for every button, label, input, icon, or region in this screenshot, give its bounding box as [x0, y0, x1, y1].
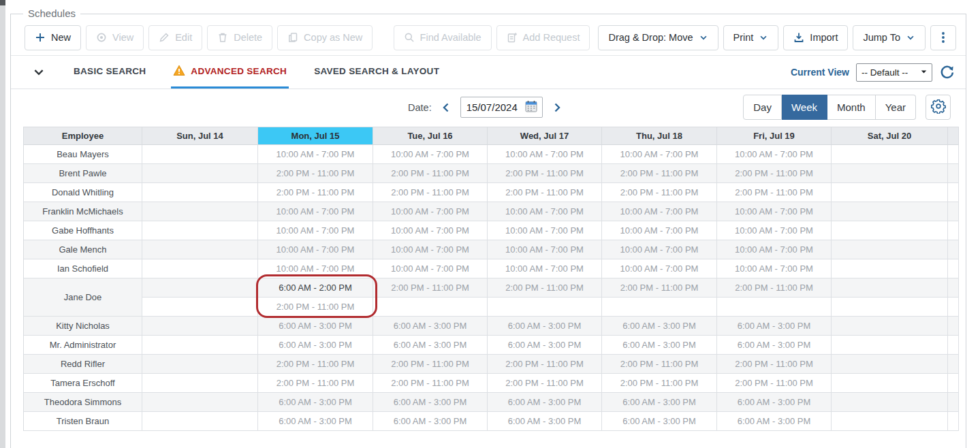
- shift-cell[interactable]: 6:00 AM - 3:00 PM: [258, 393, 373, 412]
- shift-cell[interactable]: 2:00 PM - 11:00 PM: [602, 164, 717, 183]
- shift-cell[interactable]: 2:00 PM - 11:00 PM: [373, 183, 488, 202]
- view-day-button[interactable]: Day: [743, 95, 782, 120]
- shift-cell[interactable]: [832, 317, 948, 336]
- shift-cell[interactable]: [832, 240, 948, 259]
- shift-cell[interactable]: [142, 355, 258, 374]
- jump-to-button[interactable]: Jump To: [853, 25, 926, 50]
- shift-cell[interactable]: [832, 278, 948, 298]
- shift-cell[interactable]: 2:00 PM - 11:00 PM: [488, 355, 602, 374]
- shift-cell[interactable]: 6:00 AM - 3:00 PM: [373, 393, 488, 412]
- shift-cell[interactable]: 6:00 AM - 3:00 PM: [602, 393, 717, 412]
- shift-cell[interactable]: 6:00 AM - 3:00 PM: [717, 412, 832, 431]
- shift-cell[interactable]: 2:00 PM - 11:00 PM: [717, 355, 832, 374]
- shift-cell[interactable]: 2:00 PM - 11:00 PM: [488, 374, 602, 393]
- date-input[interactable]: [467, 101, 521, 113]
- shift-cell[interactable]: 6:00 AM - 3:00 PM: [373, 412, 488, 431]
- more-actions-button[interactable]: [930, 25, 956, 50]
- shift-cell[interactable]: 10:00 AM - 7:00 PM: [488, 240, 602, 259]
- shift-cell[interactable]: [142, 164, 258, 183]
- shift-cell[interactable]: [142, 298, 258, 317]
- shift-cell[interactable]: 10:00 AM - 7:00 PM: [258, 221, 373, 240]
- shift-cell[interactable]: [142, 278, 258, 298]
- shift-cell[interactable]: 2:00 PM - 11:00 PM: [258, 374, 373, 393]
- shift-cell[interactable]: [832, 374, 948, 393]
- shift-cell[interactable]: [373, 298, 488, 317]
- shift-cell[interactable]: 10:00 AM - 7:00 PM: [488, 259, 602, 278]
- shift-cell[interactable]: 6:00 AM - 3:00 PM: [258, 317, 373, 336]
- shift-cell[interactable]: 10:00 AM - 7:00 PM: [717, 259, 832, 278]
- view-button[interactable]: View: [86, 25, 144, 50]
- shift-cell[interactable]: 2:00 PM - 11:00 PM: [373, 374, 488, 393]
- shift-cell[interactable]: 10:00 AM - 7:00 PM: [258, 259, 373, 278]
- shift-cell[interactable]: 2:00 PM - 11:00 PM: [488, 278, 602, 298]
- shift-cell[interactable]: 10:00 AM - 7:00 PM: [717, 145, 832, 164]
- shift-cell[interactable]: [717, 298, 832, 317]
- edit-button[interactable]: Edit: [148, 25, 202, 50]
- shift-cell[interactable]: [832, 202, 948, 221]
- shift-cell[interactable]: 6:00 AM - 3:00 PM: [717, 317, 832, 336]
- find-available-button[interactable]: Find Available: [394, 25, 492, 50]
- shift-cell[interactable]: [142, 240, 258, 259]
- shift-cell[interactable]: 10:00 AM - 7:00 PM: [602, 259, 717, 278]
- shift-cell[interactable]: 6:00 AM - 3:00 PM: [258, 412, 373, 431]
- shift-cell[interactable]: 2:00 PM - 11:00 PM: [717, 164, 832, 183]
- shift-cell[interactable]: 10:00 AM - 7:00 PM: [373, 221, 488, 240]
- shift-cell[interactable]: [142, 183, 258, 202]
- shift-cell[interactable]: 2:00 PM - 11:00 PM: [717, 278, 832, 298]
- shift-cell[interactable]: 6:00 AM - 3:00 PM: [488, 317, 602, 336]
- shift-cell[interactable]: 10:00 AM - 7:00 PM: [258, 240, 373, 259]
- shift-cell[interactable]: 10:00 AM - 7:00 PM: [373, 259, 488, 278]
- shift-cell[interactable]: 2:00 PM - 11:00 PM: [602, 355, 717, 374]
- shift-cell[interactable]: 6:00 AM - 3:00 PM: [258, 336, 373, 355]
- shift-cell[interactable]: [142, 202, 258, 221]
- shift-cell[interactable]: 6:00 AM - 3:00 PM: [602, 336, 717, 355]
- shift-cell[interactable]: [832, 221, 948, 240]
- shift-cell[interactable]: 10:00 AM - 7:00 PM: [373, 202, 488, 221]
- shift-cell[interactable]: 6:00 AM - 3:00 PM: [717, 393, 832, 412]
- calendar-icon[interactable]: [524, 99, 538, 116]
- copy-as-new-button[interactable]: Copy as New: [277, 25, 373, 50]
- refresh-icon[interactable]: [939, 65, 955, 80]
- tab-basic-search[interactable]: BASIC SEARCH: [72, 56, 148, 89]
- shift-cell[interactable]: 6:00 AM - 3:00 PM: [602, 412, 717, 431]
- shift-cell[interactable]: 2:00 PM - 11:00 PM: [258, 298, 373, 317]
- shift-cell[interactable]: [832, 336, 948, 355]
- shift-cell[interactable]: 10:00 AM - 7:00 PM: [258, 145, 373, 164]
- collapse-search-icon[interactable]: [30, 56, 48, 89]
- drag-drop-mode-button[interactable]: Drag & Drop: Move: [598, 25, 718, 50]
- shift-cell[interactable]: 2:00 PM - 11:00 PM: [373, 355, 488, 374]
- prev-date-button[interactable]: [439, 101, 453, 114]
- shift-cell[interactable]: [142, 317, 258, 336]
- shift-cell[interactable]: [488, 298, 602, 317]
- new-button[interactable]: New: [25, 25, 81, 50]
- shift-cell[interactable]: 10:00 AM - 7:00 PM: [717, 202, 832, 221]
- shift-cell[interactable]: [142, 412, 258, 431]
- shift-cell[interactable]: 6:00 AM - 3:00 PM: [373, 317, 488, 336]
- shift-cell[interactable]: 10:00 AM - 7:00 PM: [488, 221, 602, 240]
- shift-cell[interactable]: 2:00 PM - 11:00 PM: [717, 183, 832, 202]
- shift-cell[interactable]: [142, 145, 258, 164]
- shift-cell[interactable]: [832, 164, 948, 183]
- shift-cell[interactable]: 10:00 AM - 7:00 PM: [602, 240, 717, 259]
- shift-cell[interactable]: 6:00 AM - 3:00 PM: [717, 336, 832, 355]
- shift-cell[interactable]: 10:00 AM - 7:00 PM: [602, 145, 717, 164]
- shift-cell[interactable]: 2:00 PM - 11:00 PM: [488, 164, 602, 183]
- shift-cell[interactable]: [142, 221, 258, 240]
- shift-cell[interactable]: [832, 412, 948, 431]
- shift-cell[interactable]: 2:00 PM - 11:00 PM: [373, 164, 488, 183]
- shift-cell[interactable]: [142, 336, 258, 355]
- view-week-button[interactable]: Week: [782, 95, 827, 120]
- shift-cell[interactable]: 10:00 AM - 7:00 PM: [488, 145, 602, 164]
- shift-cell[interactable]: 6:00 AM - 2:00 PM: [258, 278, 373, 298]
- view-year-button[interactable]: Year: [876, 95, 916, 120]
- shift-cell[interactable]: 2:00 PM - 11:00 PM: [602, 374, 717, 393]
- delete-button[interactable]: Delete: [207, 25, 272, 50]
- shift-cell[interactable]: [832, 298, 948, 317]
- shift-cell[interactable]: [602, 298, 717, 317]
- shift-cell[interactable]: 6:00 AM - 3:00 PM: [488, 393, 602, 412]
- shift-cell[interactable]: 10:00 AM - 7:00 PM: [373, 240, 488, 259]
- shift-cell[interactable]: [832, 145, 948, 164]
- import-button[interactable]: Import: [783, 25, 848, 50]
- shift-cell[interactable]: 10:00 AM - 7:00 PM: [488, 202, 602, 221]
- settings-button[interactable]: [926, 95, 951, 120]
